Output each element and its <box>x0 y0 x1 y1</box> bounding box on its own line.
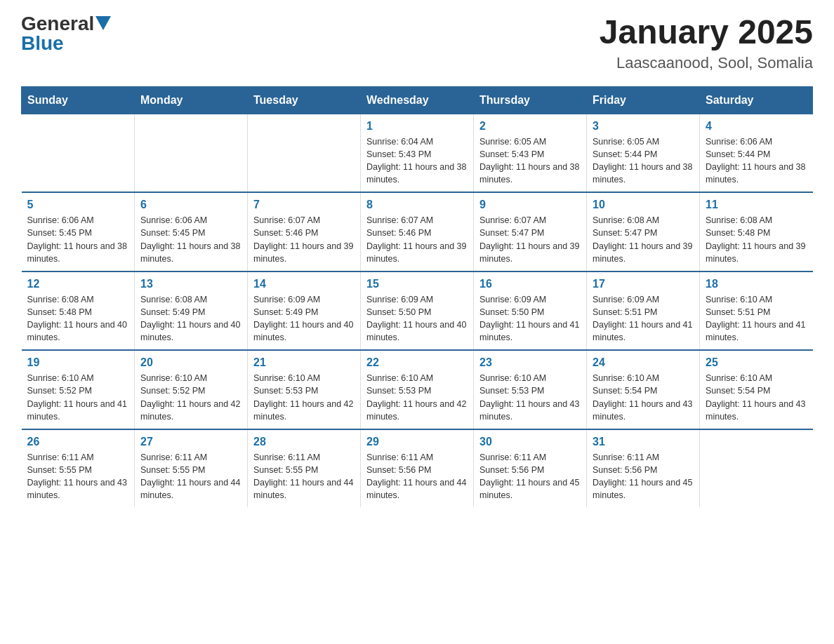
day-info: Sunrise: 6:05 AM Sunset: 5:43 PM Dayligh… <box>479 135 581 187</box>
week-row-4: 19Sunrise: 6:10 AM Sunset: 5:52 PM Dayli… <box>22 350 813 429</box>
day-info: Sunrise: 6:08 AM Sunset: 5:49 PM Dayligh… <box>140 293 241 344</box>
day-info: Sunrise: 6:10 AM Sunset: 5:53 PM Dayligh… <box>479 372 581 423</box>
calendar-cell: 3Sunrise: 6:05 AM Sunset: 5:44 PM Daylig… <box>587 114 700 192</box>
day-info: Sunrise: 6:11 AM Sunset: 5:56 PM Dayligh… <box>366 451 468 502</box>
week-row-1: 1Sunrise: 6:04 AM Sunset: 5:43 PM Daylig… <box>22 114 813 192</box>
day-number: 21 <box>253 356 355 369</box>
title-area: January 2025 Laascaanood, Sool, Somalia <box>600 14 813 72</box>
calendar-header: SundayMondayTuesdayWednesdayThursdayFrid… <box>22 86 813 114</box>
calendar-cell: 8Sunrise: 6:07 AM Sunset: 5:46 PM Daylig… <box>361 192 474 271</box>
calendar-cell: 1Sunrise: 6:04 AM Sunset: 5:43 PM Daylig… <box>361 114 474 192</box>
day-info: Sunrise: 6:08 AM Sunset: 5:47 PM Dayligh… <box>593 214 694 265</box>
calendar-cell: 20Sunrise: 6:10 AM Sunset: 5:52 PM Dayli… <box>135 350 248 429</box>
location: Laascaanood, Sool, Somalia <box>600 54 813 72</box>
day-header-thursday: Thursday <box>474 86 587 114</box>
calendar-cell: 21Sunrise: 6:10 AM Sunset: 5:53 PM Dayli… <box>248 350 361 429</box>
day-info: Sunrise: 6:09 AM Sunset: 5:50 PM Dayligh… <box>479 293 581 344</box>
day-header-wednesday: Wednesday <box>361 86 474 114</box>
day-info: Sunrise: 6:07 AM Sunset: 5:47 PM Dayligh… <box>479 214 581 265</box>
day-number: 12 <box>27 278 129 290</box>
day-number: 1 <box>366 120 468 133</box>
day-info: Sunrise: 6:09 AM Sunset: 5:51 PM Dayligh… <box>593 293 694 344</box>
day-header-friday: Friday <box>587 86 700 114</box>
day-number: 10 <box>593 199 694 211</box>
day-number: 7 <box>253 199 355 211</box>
day-info: Sunrise: 6:11 AM Sunset: 5:55 PM Dayligh… <box>27 451 129 502</box>
day-info: Sunrise: 6:08 AM Sunset: 5:48 PM Dayligh… <box>706 214 807 265</box>
day-info: Sunrise: 6:06 AM Sunset: 5:44 PM Dayligh… <box>706 135 807 187</box>
logo-triangle-icon <box>95 16 111 30</box>
day-header-monday: Monday <box>135 86 248 114</box>
day-info: Sunrise: 6:10 AM Sunset: 5:52 PM Dayligh… <box>27 372 129 423</box>
day-info: Sunrise: 6:10 AM Sunset: 5:51 PM Dayligh… <box>706 293 807 344</box>
calendar-cell <box>700 429 813 508</box>
day-number: 11 <box>706 199 807 211</box>
day-info: Sunrise: 6:11 AM Sunset: 5:55 PM Dayligh… <box>253 451 355 502</box>
header-row: SundayMondayTuesdayWednesdayThursdayFrid… <box>22 86 813 114</box>
calendar-cell <box>135 114 248 192</box>
calendar-cell: 23Sunrise: 6:10 AM Sunset: 5:53 PM Dayli… <box>474 350 587 429</box>
calendar-cell: 10Sunrise: 6:08 AM Sunset: 5:47 PM Dayli… <box>587 192 700 271</box>
calendar-cell: 2Sunrise: 6:05 AM Sunset: 5:43 PM Daylig… <box>474 114 587 192</box>
day-info: Sunrise: 6:04 AM Sunset: 5:43 PM Dayligh… <box>366 135 468 187</box>
calendar-cell: 11Sunrise: 6:08 AM Sunset: 5:48 PM Dayli… <box>700 192 813 271</box>
day-number: 16 <box>479 278 581 290</box>
day-number: 5 <box>27 199 129 211</box>
calendar-cell <box>22 114 135 192</box>
day-number: 22 <box>366 356 468 369</box>
calendar-cell: 29Sunrise: 6:11 AM Sunset: 5:56 PM Dayli… <box>361 429 474 508</box>
day-number: 18 <box>706 278 807 290</box>
calendar-cell: 6Sunrise: 6:06 AM Sunset: 5:45 PM Daylig… <box>135 192 248 271</box>
logo-general: General <box>21 14 94 34</box>
week-row-3: 12Sunrise: 6:08 AM Sunset: 5:48 PM Dayli… <box>22 271 813 351</box>
day-info: Sunrise: 6:06 AM Sunset: 5:45 PM Dayligh… <box>27 214 129 265</box>
day-number: 20 <box>140 356 241 369</box>
svg-marker-0 <box>95 16 111 30</box>
calendar-cell: 4Sunrise: 6:06 AM Sunset: 5:44 PM Daylig… <box>700 114 813 192</box>
day-number: 31 <box>593 436 694 448</box>
calendar-cell: 30Sunrise: 6:11 AM Sunset: 5:56 PM Dayli… <box>474 429 587 508</box>
calendar-cell: 5Sunrise: 6:06 AM Sunset: 5:45 PM Daylig… <box>22 192 135 271</box>
calendar-cell: 15Sunrise: 6:09 AM Sunset: 5:50 PM Dayli… <box>361 271 474 351</box>
day-number: 17 <box>593 278 694 290</box>
day-number: 4 <box>706 120 807 133</box>
day-number: 25 <box>706 356 807 369</box>
day-number: 26 <box>27 436 129 448</box>
day-info: Sunrise: 6:10 AM Sunset: 5:54 PM Dayligh… <box>706 372 807 423</box>
day-info: Sunrise: 6:10 AM Sunset: 5:53 PM Dayligh… <box>366 372 468 423</box>
day-info: Sunrise: 6:09 AM Sunset: 5:49 PM Dayligh… <box>253 293 355 344</box>
month-title: January 2025 <box>600 14 813 51</box>
week-row-5: 26Sunrise: 6:11 AM Sunset: 5:55 PM Dayli… <box>22 429 813 508</box>
page-header: General Blue January 2025 Laascaanood, S… <box>21 14 813 72</box>
day-info: Sunrise: 6:06 AM Sunset: 5:45 PM Dayligh… <box>140 214 241 265</box>
calendar-cell: 12Sunrise: 6:08 AM Sunset: 5:48 PM Dayli… <box>22 271 135 351</box>
calendar-cell: 25Sunrise: 6:10 AM Sunset: 5:54 PM Dayli… <box>700 350 813 429</box>
calendar-cell <box>248 114 361 192</box>
day-number: 19 <box>27 356 129 369</box>
calendar-cell: 14Sunrise: 6:09 AM Sunset: 5:49 PM Dayli… <box>248 271 361 351</box>
day-number: 24 <box>593 356 694 369</box>
day-info: Sunrise: 6:07 AM Sunset: 5:46 PM Dayligh… <box>366 214 468 265</box>
calendar-cell: 7Sunrise: 6:07 AM Sunset: 5:46 PM Daylig… <box>248 192 361 271</box>
calendar-cell: 19Sunrise: 6:10 AM Sunset: 5:52 PM Dayli… <box>22 350 135 429</box>
day-header-tuesday: Tuesday <box>248 86 361 114</box>
calendar-cell: 24Sunrise: 6:10 AM Sunset: 5:54 PM Dayli… <box>587 350 700 429</box>
day-info: Sunrise: 6:11 AM Sunset: 5:56 PM Dayligh… <box>479 451 581 502</box>
day-number: 28 <box>253 436 355 448</box>
calendar-cell: 26Sunrise: 6:11 AM Sunset: 5:55 PM Dayli… <box>22 429 135 508</box>
logo-blue: Blue <box>21 32 64 54</box>
day-info: Sunrise: 6:05 AM Sunset: 5:44 PM Dayligh… <box>593 135 694 187</box>
calendar-body: 1Sunrise: 6:04 AM Sunset: 5:43 PM Daylig… <box>22 114 813 507</box>
day-info: Sunrise: 6:11 AM Sunset: 5:56 PM Dayligh… <box>593 451 694 502</box>
day-number: 14 <box>253 278 355 290</box>
day-number: 13 <box>140 278 241 290</box>
day-info: Sunrise: 6:10 AM Sunset: 5:54 PM Dayligh… <box>593 372 694 423</box>
day-number: 6 <box>140 199 241 211</box>
day-number: 27 <box>140 436 241 448</box>
calendar-cell: 17Sunrise: 6:09 AM Sunset: 5:51 PM Dayli… <box>587 271 700 351</box>
day-number: 23 <box>479 356 581 369</box>
calendar-cell: 28Sunrise: 6:11 AM Sunset: 5:55 PM Dayli… <box>248 429 361 508</box>
day-header-saturday: Saturday <box>700 86 813 114</box>
day-number: 15 <box>366 278 468 290</box>
day-number: 3 <box>593 120 694 133</box>
